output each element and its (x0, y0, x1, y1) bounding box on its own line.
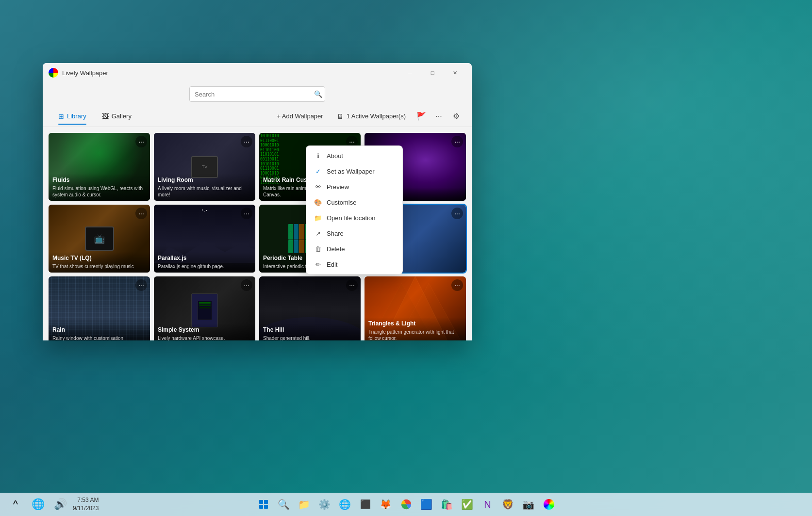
flag-icon: 🚩 (416, 112, 426, 121)
taskbar-file-explorer[interactable]: 📁 (295, 495, 314, 514)
gallery-icon: 🖼 (102, 113, 109, 120)
taskbar-edge[interactable]: 🌐 (335, 495, 355, 514)
settings-button[interactable]: ⚙ (448, 109, 464, 124)
taskbar-search-button[interactable]: 🔍 (274, 495, 294, 514)
wallpaper-menu-fluids[interactable]: ··· (135, 136, 147, 147)
add-wallpaper-label: + Add Wallpaper (277, 113, 323, 120)
wallpaper-name-rain: Rain (52, 326, 146, 334)
flag-button[interactable]: 🚩 (414, 109, 429, 124)
app1-icon: 🟦 (420, 499, 432, 510)
taskbar-settings-icon: ⚙️ (318, 499, 331, 510)
title-bar: Lively Wallpaper ─ □ ✕ (43, 63, 472, 82)
menu-item-open-file[interactable]: 📁 Open file location (306, 210, 402, 226)
clock[interactable]: 7:53 AM 9/11/2023 (73, 496, 99, 513)
wallpaper-menu-musictv[interactable]: ··· (135, 208, 147, 219)
menu-item-preview[interactable]: 👁 Preview (306, 179, 402, 194)
tab-gallery[interactable]: 🖼 Gallery (94, 109, 139, 124)
menu-label-open-file: Open file location (327, 214, 375, 222)
clock-time: 7:53 AM (73, 496, 99, 504)
wallpaper-menu-purple[interactable]: ··· (451, 136, 463, 147)
menu-item-delete[interactable]: 🗑 Delete (306, 241, 402, 257)
wallpaper-card-fluids[interactable]: Fluids Fluid simulation using WebGL, rea… (49, 133, 150, 201)
network-button[interactable]: 🌐 (28, 495, 48, 514)
menu-item-customise[interactable]: 🎨 Customise (306, 194, 402, 210)
tab-library-label: Library (67, 113, 86, 120)
menu-item-about[interactable]: ℹ About (306, 148, 402, 163)
taskbar-center: 🔍 📁 ⚙️ 🌐 ⬛ 🦊 (254, 495, 559, 514)
search-input[interactable] (189, 86, 325, 102)
taskbar-onenote[interactable]: N (478, 495, 497, 514)
wallpaper-card-triangles[interactable]: Triangles & Light Triangle pattern gener… (365, 276, 466, 340)
search-bar-row: 🔍 (43, 82, 472, 106)
wallpaper-info-musictv: Music TV (LQ) TV that shows currently pl… (49, 252, 150, 273)
wallpaper-name-living-room: Living Room (158, 177, 251, 184)
taskbar-todo[interactable]: ✅ (458, 495, 477, 514)
edit-icon: ✏ (314, 260, 322, 268)
onenote-icon: N (484, 499, 491, 510)
chevron-up-button[interactable]: ^ (6, 495, 25, 514)
tab-library[interactable]: ⊞ Library (50, 109, 94, 124)
app-window: Lively Wallpaper ─ □ ✕ 🔍 ⊞ Library 🖼 Gal… (43, 63, 472, 339)
menu-label-delete: Delete (327, 245, 345, 253)
taskbar-start-button[interactable] (254, 495, 273, 514)
wallpaper-menu-hill[interactable]: ··· (346, 279, 358, 291)
add-wallpaper-button[interactable]: + Add Wallpaper (271, 110, 329, 123)
taskbar-store[interactable]: 🛍️ (437, 495, 457, 514)
menu-item-edit[interactable]: ✏ Edit (306, 257, 402, 272)
wallpaper-info-living-room: Living Room A lively room with music, vi… (154, 174, 255, 201)
taskbar-chrome[interactable] (397, 495, 416, 514)
taskbar-terminal[interactable]: ⬛ (356, 495, 375, 514)
menu-label-about: About (327, 152, 343, 160)
menu-label-share: Share (327, 230, 344, 237)
search-container: 🔍 (189, 86, 325, 102)
search-icon-button[interactable]: 🔍 (314, 90, 322, 98)
title-bar-controls: ─ □ ✕ (399, 65, 466, 81)
taskbar-firefox[interactable]: 🦊 (376, 495, 396, 514)
tab-bar: ⊞ Library 🖼 Gallery + Add Wallpaper 🖥 1 … (43, 106, 472, 127)
taskbar-app1[interactable]: 🟦 (417, 495, 436, 514)
wallpaper-menu-triangles[interactable]: ··· (451, 279, 463, 291)
tab-gallery-label: Gallery (112, 113, 132, 120)
sound-button[interactable]: 🔊 (50, 495, 70, 514)
wallpaper-menu-simple[interactable]: ··· (241, 279, 252, 291)
wallpaper-card-hill[interactable]: The Hill Shader generated hill. ··· (259, 276, 361, 340)
wallpaper-desc-living-room: A lively room with music, visualizer and… (158, 185, 251, 198)
wallpaper-grid: Fluids Fluid simulation using WebGL, rea… (43, 127, 472, 340)
wallpaper-card-parallax[interactable]: Parallax.js Parallax.js engine github pa… (154, 205, 255, 273)
wallpaper-menu-living-room[interactable]: ··· (241, 136, 252, 147)
app2-icon: 📷 (522, 499, 534, 510)
settings-icon: ⚙ (453, 112, 460, 121)
active-wallpaper-button[interactable]: 🖥 1 Active Wallpaper(s) (331, 110, 412, 123)
taskbar-app2[interactable]: 📷 (519, 495, 538, 514)
wallpaper-desc-fluids: Fluid simulation using WebGL, reacts wit… (52, 185, 146, 198)
wallpaper-desc-simple: Lively hardware API showcase. (158, 335, 251, 340)
wallpaper-menu-rain[interactable]: ··· (135, 279, 147, 291)
tabs-left: ⊞ Library 🖼 Gallery (50, 109, 139, 124)
wallpaper-desc-parallax: Parallax.js engine github page. (158, 263, 251, 270)
app-logo (49, 68, 58, 78)
minimize-button[interactable]: ─ (399, 65, 421, 81)
wallpaper-menu-parallax[interactable]: ··· (241, 208, 252, 219)
taskbar-settings[interactable]: ⚙️ (315, 495, 334, 514)
wallpaper-desc-musictv: TV that shows currently playing music (52, 263, 146, 270)
customise-icon: 🎨 (314, 198, 322, 206)
edge-icon: 🌐 (339, 499, 351, 510)
more-button[interactable]: ··· (431, 109, 447, 124)
file-explorer-icon: 📁 (298, 499, 310, 510)
clock-date: 9/11/2023 (73, 504, 99, 513)
maximize-button[interactable]: □ (421, 65, 444, 81)
brave-icon: 🦁 (502, 499, 514, 510)
wallpaper-card-simple[interactable]: Simple System Lively hardware API showca… (154, 276, 255, 340)
wallpaper-card-rain[interactable]: Rain Rainy window with customisation ··· (49, 276, 150, 340)
wallpaper-card-musictv[interactable]: 📺 Music TV (LQ) TV that shows currently … (49, 205, 150, 273)
menu-label-set-wallpaper: Set as Wallpaper (327, 168, 375, 175)
close-button[interactable]: ✕ (444, 65, 466, 81)
menu-item-set-wallpaper[interactable]: ✓ Set as Wallpaper (306, 163, 402, 179)
menu-label-preview: Preview (327, 183, 349, 191)
menu-item-share[interactable]: ↗ Share (306, 226, 402, 241)
wallpaper-menu-blue[interactable]: ··· (451, 208, 463, 219)
wallpaper-card-living-room[interactable]: TV Living Room A lively room with music,… (154, 133, 255, 201)
taskbar-brave[interactable]: 🦁 (498, 495, 518, 514)
wallpaper-info-simple: Simple System Lively hardware API showca… (154, 323, 255, 340)
taskbar-color-app[interactable] (539, 495, 559, 514)
